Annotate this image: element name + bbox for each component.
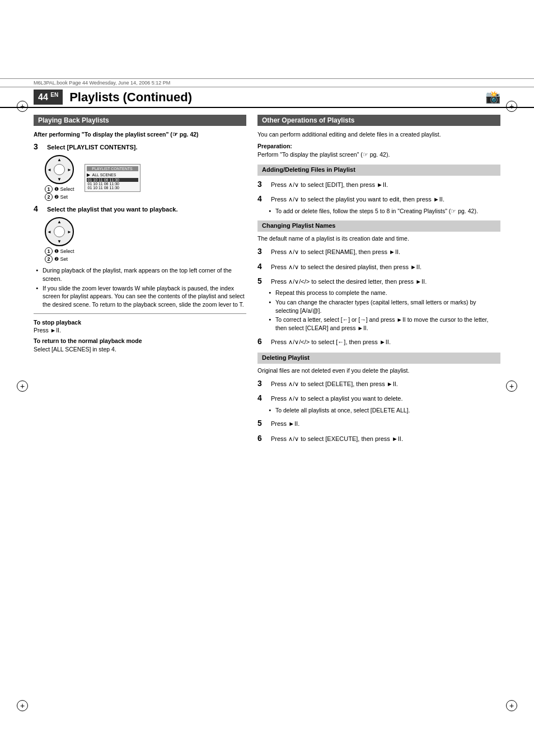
delete-step5: 5 Press ►II.	[257, 417, 500, 429]
page-number: 44	[38, 92, 48, 102]
step4-block: 4 Select the playlist that you want to p…	[34, 204, 246, 263]
delete-step6-label: 6	[257, 433, 266, 444]
change-step6: 6 Press ∧/∨/</> to select [←], then pres…	[257, 336, 500, 347]
file-info-text: M6L3PAL.book Page 44 Wednesday, June 14,…	[34, 80, 170, 86]
step3-label: 3	[34, 142, 43, 151]
reg-mark-mr	[506, 381, 517, 392]
controller-dial: ▲ ▼ ◄ ►	[45, 155, 74, 184]
left-bullet-2: If you slide the zoom lever towards W wh…	[36, 284, 246, 309]
add-step4-label: 4	[257, 193, 266, 204]
add-bullets: To add or delete files, follow the steps…	[260, 207, 500, 215]
delete-step3-text: Press ∧/∨ to select [DELETE], then press…	[271, 380, 500, 388]
left-bullet-list: During playback of the playlist, mark ap…	[36, 266, 246, 308]
change-bullet-1: Repeat this process to complete the name…	[269, 289, 500, 297]
left-section-header: Playing Back Playlists	[34, 115, 246, 126]
set-label-2: ❷ Set	[54, 256, 68, 262]
change-step3-row: 3 Press ∧/∨ to select [RENAME], then pre…	[257, 246, 500, 257]
set-label-row-2: 2 ❷ Set	[45, 255, 74, 263]
page-title: Playlists (Continued)	[69, 90, 192, 105]
step3-text: Select [PLAYLIST CONTENTS].	[47, 143, 246, 152]
adding-header: Adding/Deleting Files in Playlist	[257, 165, 500, 176]
right-intro: You can perform additional editing and d…	[257, 130, 500, 139]
change-step5-row: 5 Press ∧/∨/</> to select the desired le…	[257, 275, 500, 287]
left-intro: After performing "To display the playlis…	[34, 130, 246, 139]
select-label-row: 1 ❶ Select	[45, 185, 74, 193]
change-step4: 4 Press ∧/∨ to select the desired playli…	[257, 261, 500, 272]
delete-step6: 6 Press ∧/∨ to select [EXECUTE], then pr…	[257, 433, 500, 444]
set-label-row: 2 ❷ Set	[45, 193, 74, 201]
left-bullet-1: During playback of the playlist, mark ap…	[36, 266, 246, 283]
step4-controller: ▲ ▼ ◄ ► 1 ❶ Select 2 ❷	[45, 217, 246, 263]
page-number-en: EN	[50, 92, 58, 98]
change-step6-label: 6	[257, 336, 266, 347]
right-column: Other Operations of Playlists You can pe…	[257, 115, 500, 447]
controller-inner-2	[54, 226, 65, 237]
step3-row: 3 Select [PLAYLIST CONTENTS].	[34, 142, 246, 152]
change-step4-text: Press ∧/∨ to select the desired playlist…	[271, 263, 500, 271]
prep-block: Preparation: Perform "To display the pla…	[257, 142, 500, 159]
reg-mark-tl	[17, 101, 28, 112]
circle-2: 2	[45, 193, 53, 201]
change-step4-label: 4	[257, 261, 266, 272]
add-step4-text: Press ∧/∨ to select the playlist you wan…	[271, 195, 500, 204]
select-label-row-2: 1 ❶ Select	[45, 247, 74, 255]
return-label: To return to the normal playback mode Se…	[34, 337, 246, 353]
add-step3-row: 3 Press ∧/∨ to select [EDIT], then press…	[257, 179, 500, 190]
circle-1b: 1	[45, 247, 53, 255]
reg-mark-br	[506, 700, 517, 711]
delete-step3: 3 Press ∧/∨ to select [DELETE], then pre…	[257, 378, 500, 389]
change-step5: 5 Press ∧/∨/</> to select the desired le…	[257, 275, 500, 332]
add-step4-row: 4 Press ∧/∨ to select the playlist you w…	[257, 193, 500, 204]
change-intro: The default name of a playlist is its cr…	[257, 234, 500, 243]
circle-1: 1	[45, 185, 53, 193]
step4-row: 4 Select the playlist that you want to p…	[34, 204, 246, 214]
playlist-row4: 01 10 11 08 11:30	[87, 186, 138, 190]
circle-2b: 2	[45, 255, 53, 263]
delete-step5-label: 5	[257, 417, 266, 429]
left-column: Playing Back Playlists After performing …	[34, 115, 246, 447]
page-header: 44 EN Playlists (Continued) 📸	[0, 87, 534, 108]
set-label: ❷ Set	[54, 194, 68, 200]
playlist-row1: ALL SCENES	[91, 173, 118, 177]
add-step3: 3 Press ∧/∨ to select [EDIT], then press…	[257, 179, 500, 190]
step4-label: 4	[34, 204, 43, 213]
delete-step4-text: Press ∧/∨ to select a playlist you want …	[271, 395, 500, 403]
delete-step3-row: 3 Press ∧/∨ to select [DELETE], then pre…	[257, 378, 500, 389]
select-label: ❶ Select	[54, 186, 74, 192]
change-bullet-2: You can change the character types (capi…	[269, 298, 500, 314]
delete-step5-text: Press ►II.	[271, 420, 500, 428]
controller-inner	[54, 164, 65, 175]
delete-step4: 4 Press ∧/∨ to select a playlist you wan…	[257, 392, 500, 414]
delete-step6-row: 6 Press ∧/∨ to select [EXECUTE], then pr…	[257, 433, 500, 444]
controller-dial-2: ▲ ▼ ◄ ►	[45, 217, 74, 246]
delete-step4-row: 4 Press ∧/∨ to select a playlist you wan…	[257, 392, 500, 403]
page-number-box: 44 EN	[34, 90, 63, 105]
change-step4-row: 4 Press ∧/∨ to select the desired playli…	[257, 261, 500, 272]
delete-step5-row: 5 Press ►II.	[257, 417, 500, 429]
step4-text: Select the playlist that you want to pla…	[47, 205, 246, 214]
step3-block: 3 Select [PLAYLIST CONTENTS]. ▲ ▼ ◄ ►	[34, 142, 246, 201]
delete-step3-label: 3	[257, 378, 266, 389]
reg-mark-ml	[17, 381, 28, 392]
changing-header: Changing Playlist Names	[257, 220, 500, 232]
add-step3-text: Press ∧/∨ to select [EDIT], then press ►…	[271, 181, 500, 189]
file-info-bar: M6L3PAL.book Page 44 Wednesday, June 14,…	[0, 78, 534, 87]
add-bullet-1: To add or delete files, follow the steps…	[269, 207, 500, 215]
add-step3-label: 3	[257, 179, 266, 190]
reg-mark-bl	[17, 700, 28, 711]
playlist-row2: 01 10 11 06 11:30	[87, 178, 138, 182]
camera-icon: 📸	[485, 90, 500, 105]
delete-step4-label: 4	[257, 392, 266, 403]
change-step6-text: Press ∧/∨/</> to select [←], then press …	[271, 338, 500, 346]
stop-label: To stop playback Press ►II.	[34, 318, 246, 335]
stop-block: To stop playback Press ►II. To return to…	[34, 318, 246, 354]
deleting-header: Deleting Playlist	[257, 353, 500, 364]
change-step3: 3 Press ∧/∨ to select [RENAME], then pre…	[257, 246, 500, 257]
page: M6L3PAL.book Page 44 Wednesday, June 14,…	[0, 0, 534, 756]
prep-label: Preparation:	[257, 143, 292, 149]
right-section-header: Other Operations of Playlists	[257, 115, 500, 126]
left-divider	[34, 313, 246, 314]
change-step3-text: Press ∧/∨ to select [RENAME], then press…	[271, 248, 500, 256]
step3-controller: ▲ ▼ ◄ ► 1 ❶ Select 2 ❷	[45, 155, 246, 201]
delete-intro: Original files are not deleted even if y…	[257, 367, 500, 375]
